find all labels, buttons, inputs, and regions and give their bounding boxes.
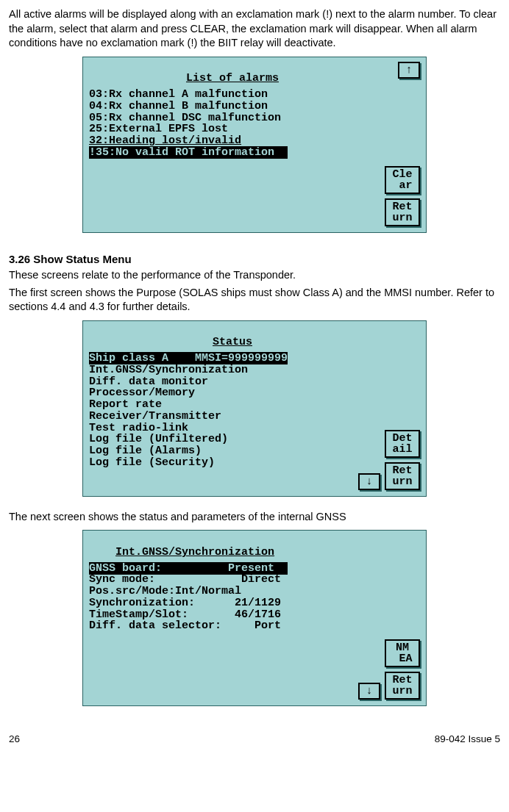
status-item-report[interactable]: Report rate [89,398,162,411]
mid-paragraph: The next screen shows the status and par… [9,510,500,525]
gnss-row1-label[interactable]: GNSS board: [89,562,221,575]
status-item-log-unfiltered[interactable]: Log file (Unfiltered) [89,433,228,445]
screen1-title: List of alarms [89,73,376,85]
page-footer: 26 89-042 Issue 5 [9,733,500,746]
status-item-log-security[interactable]: Log file (Security) [89,456,215,469]
status-header-line[interactable]: Ship class A MMSI=999999999 [89,352,288,364]
status-item-gnss[interactable]: Int.GNSS/Synchronization [89,364,248,376]
status-item-receiver[interactable]: Receiver/Transmitter [89,410,221,423]
gnss-screen-wrap: Int.GNSS/SynchronizationGNSS board: Pres… [9,530,500,706]
status-item-testlink[interactable]: Test radio-link [89,422,188,434]
intro-paragraph: All active alarms will be displayed alon… [9,7,500,51]
return-button-3[interactable]: Ret urn [385,672,420,700]
doc-reference: 89-042 Issue 5 [435,733,500,746]
page-number: 26 [9,733,20,746]
section-3-26-p1: These screens relate to the performance … [9,268,500,283]
gnss-row1-value: Present [221,562,288,575]
alarm-line-4: 25:External EPFS lost [89,123,228,135]
status-content: StatusShip class A MMSI=999999999 Int.GN… [89,326,376,490]
scroll-down-button[interactable]: ↓ [358,473,380,490]
alarm-list-content: List of alarms03:Rx channel A malfunctio… [89,62,376,226]
gnss-screen: Int.GNSS/SynchronizationGNSS board: Pres… [82,530,427,706]
alarm-list-screen: List of alarms03:Rx channel A malfunctio… [82,57,427,233]
detail-button[interactable]: Det ail [385,430,420,458]
alarm-list-screen-wrap: List of alarms03:Rx channel A malfunctio… [9,57,500,233]
gnss-synchronization: Synchronization: 21/1129 [89,597,281,609]
screen2-side: Det ail ↓ Ret urn [379,326,420,490]
return-button[interactable]: Ret urn [385,198,420,226]
screen1-side: ↑ Cle ar Ret urn [379,62,420,226]
screen3-title: Int.GNSS/Synchronization [89,547,376,558]
gnss-sync-mode: Sync mode: Direct [89,573,281,586]
section-3-26-heading: 3.26 Show Status Menu [9,252,500,267]
gnss-pos-src: Pos.src/Mode:Int/Normal [89,585,241,597]
alarm-line-1: 03:Rx channel A malfunction [89,88,268,101]
scroll-down-button-2[interactable]: ↓ [358,683,380,700]
nmea-button[interactable]: NM EA [385,639,420,667]
status-item-diff[interactable]: Diff. data monitor [89,376,208,388]
clear-button[interactable]: Cle ar [385,166,420,194]
gnss-timestamp: TimeStamp/Slot: 46/1716 [89,608,281,621]
screen3-side: NM EA ↓ Ret urn [379,535,420,700]
alarm-line-2: 04:Rx channel B malfunction [89,100,268,112]
alarm-line-3: 05:Rx channel DSC malfunction [89,112,281,124]
alarm-line-selected[interactable]: !35:No valid ROT information [89,146,288,159]
section-3-26-p2: The first screen shows the Purpose (SOLA… [9,286,500,315]
gnss-diff-selector: Diff. data selector: Port [89,619,281,632]
gnss-content: Int.GNSS/SynchronizationGNSS board: Pres… [89,535,376,700]
status-screen: StatusShip class A MMSI=999999999 Int.GN… [82,320,427,497]
alarm-line-5: 32:Heading lost/invalid [89,134,241,147]
status-item-processor[interactable]: Processor/Memory [89,387,195,399]
return-button-2[interactable]: Ret urn [385,462,420,490]
status-item-log-alarms[interactable]: Log file (Alarms) [89,445,202,457]
scroll-up-button[interactable]: ↑ [398,62,420,79]
status-screen-wrap: StatusShip class A MMSI=999999999 Int.GN… [9,320,500,497]
screen2-title: Status [89,337,376,348]
